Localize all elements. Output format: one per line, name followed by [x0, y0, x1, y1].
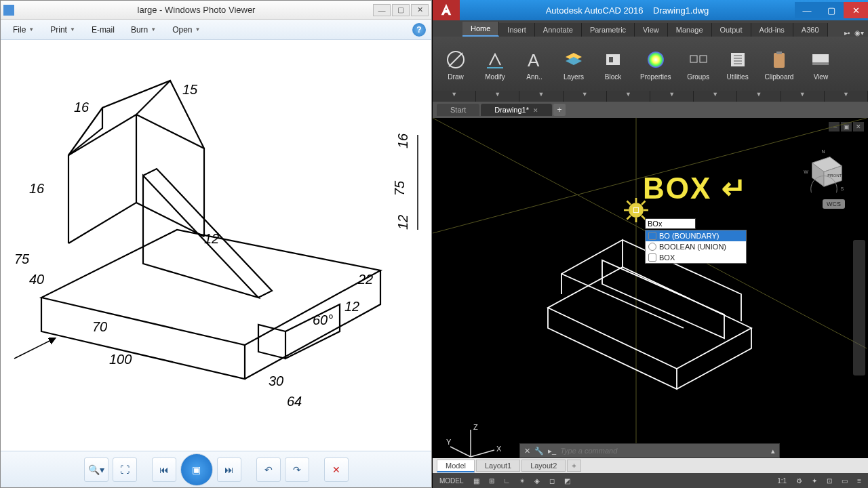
panel-properties[interactable]: Properties [633, 46, 678, 82]
menu-print[interactable]: Print▼ [43, 22, 82, 37]
status-clean-icon[interactable]: ▭ [839, 477, 850, 485]
status-workspace-icon[interactable]: ⊡ [824, 477, 835, 485]
menu-open[interactable]: Open▼ [165, 22, 207, 37]
fit-button[interactable]: ⛶ [113, 458, 137, 482]
svg-text:N: N [822, 149, 825, 154]
delete-button[interactable]: ✕ [324, 458, 349, 482]
svg-line-53 [471, 450, 494, 457]
command-line[interactable]: ✕ 🔧 ▸_ ▴ [519, 443, 780, 458]
status-iso-icon[interactable]: ◈ [532, 477, 542, 485]
pv-canvas[interactable]: 15 16 16 75 40 12 22 12 60° 70 100 30 64… [1, 40, 431, 451]
panel-modify[interactable]: Modify [476, 46, 514, 82]
status-custom-icon[interactable]: ≡ [854, 477, 864, 485]
menu-email[interactable]: E-mail [85, 22, 121, 37]
tab-manage[interactable]: Manage [668, 23, 712, 37]
svg-line-44 [627, 216, 631, 219]
status-grid-icon[interactable]: ▦ [471, 477, 482, 485]
filetab-add-button[interactable]: + [553, 104, 566, 116]
rotate-cw-button[interactable]: ↷ [285, 458, 309, 482]
menu-burn[interactable]: Burn▼ [124, 22, 163, 37]
help-icon[interactable]: ? [412, 23, 426, 37]
zoom-button[interactable]: 🔍▾ [84, 458, 108, 482]
viewport[interactable]: — ▣ ✕ BOX ↵ [433, 118, 868, 488]
menu-file[interactable]: File▼ [6, 22, 41, 37]
status-ortho-icon[interactable]: ∟ [501, 477, 513, 485]
svg-text:W: W [804, 169, 808, 174]
status-snap-icon[interactable]: ⊞ [486, 477, 497, 485]
status-model[interactable]: MODEL [437, 477, 467, 485]
status-gear-icon[interactable]: ⚙ [793, 477, 805, 485]
rotate-ccw-button[interactable]: ↶ [256, 458, 281, 482]
status-anno-icon[interactable]: ✦ [809, 477, 820, 485]
dynamic-input[interactable]: BOx [645, 218, 696, 229]
autocomplete-option[interactable]: BOX [646, 252, 746, 263]
layout-2[interactable]: Layout2 [521, 460, 566, 472]
panel-utilities[interactable]: Utilities [719, 46, 757, 82]
tab-parametric[interactable]: Parametric [582, 23, 635, 37]
panel-block[interactable]: Block [594, 46, 632, 82]
filetab-close-icon[interactable]: ✕ [533, 107, 538, 114]
filetab-start[interactable]: Start [437, 104, 479, 116]
tab-play-icon[interactable]: ▸▪ [844, 29, 850, 37]
prev-button[interactable]: ⏮ [152, 458, 176, 482]
autocomplete-option[interactable]: BOOLEAN (UNION) [646, 241, 746, 252]
status-polar-icon[interactable]: ✴ [517, 477, 528, 485]
svg-text:70: 70 [92, 319, 107, 334]
tab-view[interactable]: View [635, 23, 668, 37]
filetab-drawing[interactable]: Drawing1*✕ [481, 104, 552, 116]
pv-titlebar[interactable]: large - Windows Photo Viewer — ▢ ✕ [1, 1, 431, 20]
slideshow-button[interactable]: ▣ [180, 453, 213, 486]
maximize-button[interactable]: ▢ [392, 4, 410, 16]
panel-annotation[interactable]: AAnn.. [515, 46, 553, 82]
svg-text:Z: Z [473, 423, 478, 431]
panel-view[interactable]: View [802, 46, 840, 82]
ac-maximize-button[interactable]: ▢ [819, 2, 844, 18]
ac-title: Autodesk AutoCAD 2016 Drawing1.dwg [460, 5, 795, 16]
status-scale[interactable]: 1:1 [774, 477, 789, 485]
panel-clipboard[interactable]: Clipboard [758, 46, 801, 82]
layout-model[interactable]: Model [437, 460, 475, 472]
ac-close-button[interactable]: ✕ [844, 2, 868, 18]
panel-groups[interactable]: Groups [679, 46, 717, 82]
minimize-button[interactable]: — [373, 4, 391, 16]
file-tabs: Start Drawing1*✕ + [433, 102, 868, 118]
expander[interactable]: ▼ [433, 91, 476, 102]
ac-titlebar[interactable]: Autodesk AutoCAD 2016 Drawing1.dwg — ▢ ✕ [433, 0, 868, 20]
svg-text:Y: Y [446, 438, 452, 446]
cmdline-input[interactable] [560, 447, 767, 455]
pv-toolbar: 🔍▾ ⛶ ⏮ ▣ ⏭ ↶ ↷ ✕ [1, 451, 431, 487]
status-bar: MODEL ▦ ⊞ ∟ ✴ ◈ ◻ ◩ 1:1 ⚙ ✦ ⊡ ▭ ≡ [433, 473, 868, 488]
ac-minimize-button[interactable]: — [795, 2, 819, 18]
pv-app-icon [3, 5, 14, 16]
panel-layers[interactable]: Layers [555, 46, 593, 82]
svg-text:12: 12 [344, 299, 359, 314]
cmdline-close-icon[interactable]: ✕ [524, 447, 530, 455]
autocomplete-option[interactable]: BO (BOUNDARY) [646, 230, 746, 241]
viewcube[interactable]: FRONT N W S [800, 145, 848, 192]
svg-rect-30 [776, 52, 782, 54]
close-button[interactable]: ✕ [411, 4, 429, 16]
next-button[interactable]: ⏭ [217, 458, 241, 482]
svg-text:16: 16 [395, 133, 410, 148]
navigation-bar[interactable] [853, 240, 865, 375]
cmdline-history-icon[interactable]: ▴ [771, 447, 775, 455]
svg-text:64: 64 [287, 394, 302, 409]
layout-add-button[interactable]: + [567, 460, 580, 472]
ribbon-expanders: ▼▼▼▼▼▼▼▼▼▼ [433, 91, 868, 102]
tab-annotate[interactable]: Annotate [535, 23, 582, 37]
panel-draw[interactable]: Draw [437, 46, 475, 82]
status-osnap-icon[interactable]: ◻ [547, 477, 557, 485]
tab-addins[interactable]: Add-ins [751, 23, 793, 37]
tab-a360[interactable]: A360 [793, 23, 828, 37]
tab-focus-icon[interactable]: ◉▾ [854, 29, 864, 37]
wcs-badge[interactable]: WCS [823, 199, 845, 209]
tab-output[interactable]: Output [712, 23, 751, 37]
tab-insert[interactable]: Insert [499, 23, 535, 37]
tab-home[interactable]: Home [462, 22, 499, 37]
svg-rect-29 [774, 53, 785, 68]
layout-1[interactable]: Layout1 [476, 460, 520, 472]
autocad-window: Autodesk AutoCAD 2016 Drawing1.dwg — ▢ ✕… [432, 0, 868, 488]
cmdline-config-icon[interactable]: 🔧 [534, 447, 544, 455]
status-3dosnap-icon[interactable]: ◩ [561, 477, 573, 485]
autocad-logo-icon[interactable] [433, 0, 460, 20]
